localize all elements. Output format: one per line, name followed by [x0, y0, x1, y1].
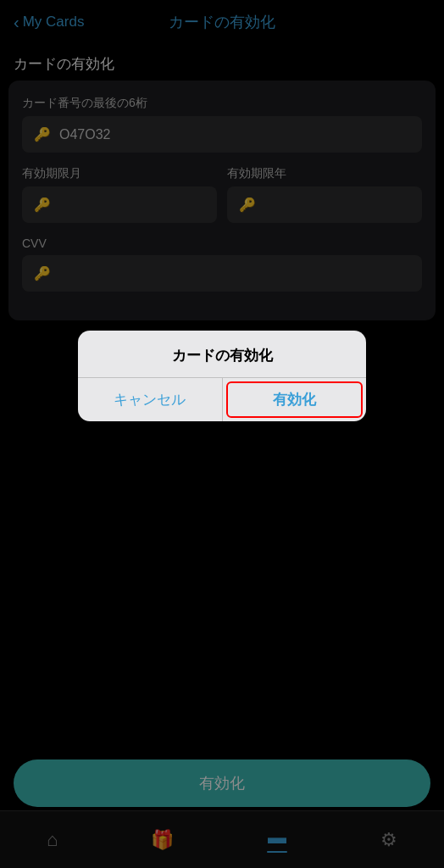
dialog-buttons: キャンセル 有効化: [78, 378, 366, 421]
confirm-button[interactable]: 有効化: [223, 378, 367, 421]
confirmation-dialog: カードの有効化 キャンセル 有効化: [78, 331, 366, 421]
confirm-label: 有効化: [273, 392, 316, 408]
cancel-button[interactable]: キャンセル: [78, 378, 222, 421]
dialog-title: カードの有効化: [78, 331, 366, 377]
overlay-backdrop: [0, 0, 444, 868]
